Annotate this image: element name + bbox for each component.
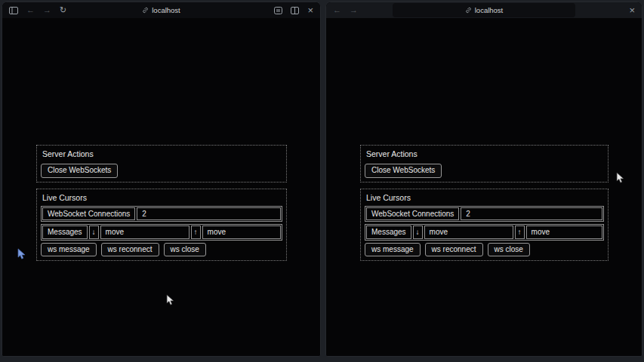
messages-row: Messages ↓ move ↑ move xyxy=(365,224,604,241)
sidebar-toggle-icon[interactable] xyxy=(9,7,18,14)
connections-label: WebSocket Connections xyxy=(42,207,135,221)
connections-count: 2 xyxy=(461,207,602,221)
close-icon[interactable]: × xyxy=(307,5,313,15)
reload-icon[interactable]: ↻ xyxy=(60,6,66,14)
received-arrow-icon: ↓ xyxy=(89,225,99,239)
titlebar-left-controls: ← → ↻ xyxy=(9,6,66,14)
server-actions-panel: Server Actions Close WebSockets xyxy=(360,145,609,183)
live-cursors-title: Live Cursors xyxy=(366,193,604,202)
forward-icon[interactable]: → xyxy=(43,6,51,14)
titlebar-right-controls: ← → xyxy=(333,6,358,14)
messages-row: Messages ↓ move ↑ move xyxy=(41,224,282,241)
link-icon xyxy=(142,7,149,14)
titlebar-right-actions: × xyxy=(629,5,635,15)
server-actions-title: Server Actions xyxy=(366,149,604,158)
received-arrow-icon: ↓ xyxy=(413,225,423,239)
received-message-value: move xyxy=(100,225,190,239)
received-message-value: move xyxy=(424,225,513,239)
ws-reconnect-button[interactable]: ws reconnect xyxy=(425,243,483,257)
titlebar-left: ← → ↻ localhost × xyxy=(2,2,320,18)
titlebar-left-actions: × xyxy=(274,5,313,15)
page-right: Server Actions Close WebSockets Live Cur… xyxy=(326,18,642,356)
connections-label: WebSocket Connections xyxy=(366,207,459,221)
close-websockets-button[interactable]: Close WebSockets xyxy=(41,164,118,178)
server-actions-title: Server Actions xyxy=(42,149,282,158)
back-icon[interactable]: ← xyxy=(26,6,35,14)
server-actions-panel: Server Actions Close WebSockets xyxy=(36,145,287,183)
link-icon xyxy=(465,7,472,14)
close-websockets-button[interactable]: Close WebSockets xyxy=(365,164,442,178)
ws-reconnect-button[interactable]: ws reconnect xyxy=(101,243,159,257)
url-label: localhost xyxy=(152,6,180,14)
live-cursors-panel: Live Cursors WebSocket Connections 2 Mes… xyxy=(36,189,287,262)
page-left: Server Actions Close WebSockets Live Cur… xyxy=(2,18,320,356)
sent-arrow-icon: ↑ xyxy=(191,225,201,239)
close-icon[interactable]: × xyxy=(629,5,635,15)
back-icon[interactable]: ← xyxy=(333,6,341,14)
connections-row: WebSocket Connections 2 xyxy=(365,206,604,222)
titlebar-right: ← → localhost × xyxy=(326,2,642,18)
browser-window-left: ← → ↻ localhost × Server Actions Close W… xyxy=(2,2,321,357)
ws-close-button[interactable]: ws close xyxy=(488,243,530,257)
connections-row: WebSocket Connections 2 xyxy=(41,206,282,222)
messages-label: Messages xyxy=(42,225,88,239)
ws-buttons-row: ws message ws reconnect ws close xyxy=(41,243,282,257)
connections-count: 2 xyxy=(137,207,281,221)
split-view-icon[interactable] xyxy=(291,7,299,14)
ws-message-button[interactable]: ws message xyxy=(41,243,97,257)
page-menu-icon[interactable] xyxy=(274,7,282,14)
sent-message-value: move xyxy=(202,225,281,239)
sent-arrow-icon: ↑ xyxy=(515,225,525,239)
sent-message-value: move xyxy=(526,225,602,239)
address-bar[interactable]: localhost xyxy=(326,2,642,18)
live-cursors-panel: Live Cursors WebSocket Connections 2 Mes… xyxy=(360,189,609,262)
ws-close-button[interactable]: ws close xyxy=(164,243,206,257)
browser-window-right: ← → localhost × Server Actions Close Web… xyxy=(325,2,642,357)
ws-message-button[interactable]: ws message xyxy=(365,243,421,257)
live-cursors-title: Live Cursors xyxy=(42,193,282,202)
url-label: localhost xyxy=(475,6,504,14)
messages-label: Messages xyxy=(366,225,411,239)
forward-icon[interactable]: → xyxy=(350,6,358,14)
ws-buttons-row: ws message ws reconnect ws close xyxy=(365,243,604,257)
